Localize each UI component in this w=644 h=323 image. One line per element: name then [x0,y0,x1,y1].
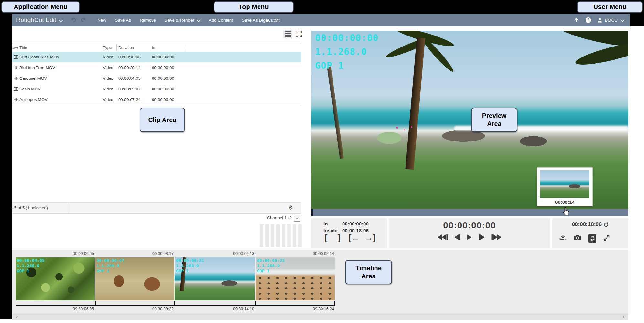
new-button[interactable]: New [98,18,106,23]
ruler-tick [334,301,335,306]
add-content-button[interactable]: Add Content [209,18,233,23]
column-header-in[interactable]: In [152,43,155,52]
skip-forward-button[interactable] [491,234,501,240]
save-render-button[interactable]: Save & Render [164,18,200,23]
toolbar-right: ? DOCU [574,17,624,23]
vu-meter [260,224,302,247]
chevron-down-icon [296,216,298,219]
column-header-title[interactable]: Title [19,43,27,52]
clip-type: Video [103,62,113,73]
step-forward-button[interactable] [479,234,485,240]
top-black-bar [0,0,644,14]
segment-duration-label: 00:00:04:13 [175,251,254,257]
timeline-timecode-label: 09:30:06:05 [16,307,94,312]
clip-overlay-gop: GOP 1 [257,268,285,274]
timeline-timecode-label: 09:30:09:22 [95,307,174,312]
mark-in-button[interactable]: [ [325,233,327,243]
toolbar-menu: New Save As Remove Save & Render Add Con… [98,18,280,23]
column-header-type[interactable]: Type [103,43,112,52]
timeline-clip[interactable]: 00:00:05:231.1.268.0GOP 1 [256,257,335,300]
segment-duration-label: 00:00:02:14 [256,251,334,257]
timeline-clip[interactable]: 00:00:00:211.1.268.0GOP 1 [175,257,255,300]
segment-duration-label: 00:00:03:17 [95,251,174,257]
preview-overlay: 00:00:00:00 1.1.268.0 GOP 1 [315,31,378,73]
timeline-clip[interactable]: 00:00:04:071.1.268.0GOP 1 [95,257,174,300]
mark-out-button[interactable]: ] [338,233,340,243]
refresh-icon[interactable] [603,222,609,227]
save-as-button[interactable]: Save As [115,18,131,23]
app-menu-button[interactable]: RoughCut Edit [16,16,62,24]
inttc-line1: Int [591,235,594,239]
play-button[interactable] [467,234,472,240]
skip-forward-icon [491,234,501,240]
main-toolbar: RoughCut Edit New Save As Remove Save & … [12,14,630,26]
playhead-marker[interactable] [311,209,313,216]
inside-label: Inside [323,228,342,233]
column-header-duration[interactable]: Duration [118,43,134,52]
grid-view-button[interactable] [294,30,303,38]
fullscreen-button[interactable] [603,234,610,241]
transport-panel: 00:00:00:00 [389,218,550,248]
clip-table-header: Raw Title Type Duration In [12,43,301,52]
left-black-strip [0,0,12,319]
table-row[interactable]: Carousel.MOV Video 00:00:04:05 00:00:00:… [12,73,301,84]
ruler-tick [255,301,256,306]
list-view-button[interactable] [283,30,292,38]
step-back-button[interactable] [454,234,460,240]
seek-bar[interactable] [311,209,628,216]
column-separator [18,44,18,51]
clip-grid-icon [14,98,18,101]
download-button[interactable] [559,234,566,241]
clip-duration: 00:00:04:05 [118,73,141,84]
help-icon[interactable]: ? [586,17,591,23]
undo-icon [70,17,76,23]
ruler-tick [174,301,175,306]
clip-type: Video [103,94,113,105]
clip-title: Antilopes.MOV [19,94,48,105]
table-row[interactable]: Surf Costa Rica.MOV Video 00:00:18:06 00… [12,52,301,63]
timeline-clip[interactable]: 00:00:04:051.1.268.0GOP 1 [16,257,95,300]
goto-in-button[interactable]: [← [349,233,359,243]
clip-status-bar: 1 - 5 of 5 (1 selected) ⚙ [12,202,301,214]
clip-type: Video [103,84,113,94]
palm-trunk [406,38,426,170]
channel-select[interactable] [294,215,300,222]
clip-in: 00:00:00:00 [152,84,174,94]
user-menu-button[interactable]: DOCU [597,17,624,23]
upload-icon[interactable] [574,17,579,23]
gear-icon[interactable]: ⚙ [288,203,293,213]
ruler-tick [95,301,96,306]
clip-in: 00:00:00:00 [152,62,174,73]
timeline-scrollbar[interactable]: ‹ › [12,313,628,320]
table-row[interactable]: Bird in a Tree.MOV Video 00:00:20:14 00:… [12,62,301,73]
timeline-ruler [16,305,335,306]
clip-grid-icon [14,77,18,80]
undo-button[interactable] [70,17,76,23]
remove-button[interactable]: Remove [140,18,156,23]
chevron-down-icon [197,18,201,22]
callout-preview-area: Preview Area [471,108,517,132]
callout-timeline-area: Timeline Area [345,260,392,284]
app-title: RoughCut Edit [16,16,56,23]
list-view-icon [285,31,291,37]
clip-in: 00:00:00:00 [152,52,174,62]
save-as-digacutmt-button[interactable]: Save As DigaCutMt [242,18,280,23]
clip-in: 00:00:00:00 [152,94,174,105]
skip-back-button[interactable] [438,234,448,240]
table-row[interactable]: Antilopes.MOV Video 00:00:07:24 00:00:00… [12,94,301,105]
scroll-right-icon[interactable]: › [623,313,624,320]
in-label: In [323,221,342,226]
user-label: DOCU [605,18,618,23]
table-row[interactable]: Seals.MOV Video 00:00:09:07 00:00:00:00 [12,84,301,95]
clip-duration: 00:00:09:07 [118,84,141,94]
goto-out-button[interactable]: →] [365,233,375,243]
step-back-icon [454,234,460,240]
clip-overlay-gop: GOP 1 [17,268,45,274]
snapshot-button[interactable] [574,234,582,241]
scroll-left-icon[interactable]: ‹ [16,313,18,320]
app-window: RoughCut Edit New Save As Remove Save & … [0,0,644,323]
column-separator [150,44,150,51]
redo-button[interactable] [81,17,87,23]
internal-timecode-button[interactable]: Int TC [588,234,596,243]
skip-back-icon [438,234,448,240]
